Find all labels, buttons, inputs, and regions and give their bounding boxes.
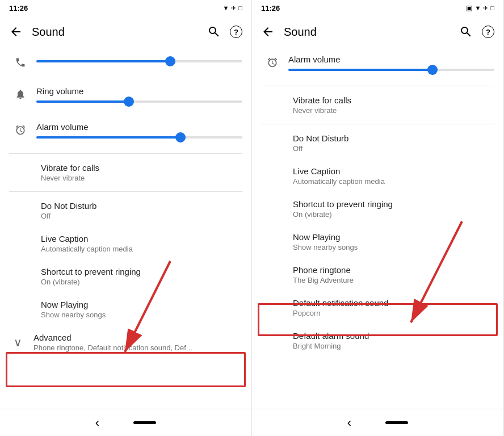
right-app-bar: Sound ? (252, 16, 503, 48)
vibrate-content: Vibrate for calls Never vibrate (36, 163, 242, 182)
right-phone-panel: 11:26 ▣ ▼ ✈ □ Sound ? (252, 0, 504, 436)
alarm-volume-row: Alarm volume (0, 115, 251, 151)
now-playing-row[interactable]: Now Playing Show nearby songs (0, 293, 251, 326)
ring-slider-thumb (124, 97, 134, 107)
right-now-playing-row[interactable]: Now Playing Show nearby songs (252, 225, 503, 258)
media-slider-fill (36, 60, 170, 62)
right-alarm-slider[interactable] (288, 69, 494, 71)
right-live-caption-row[interactable]: Live Caption Automatically caption media (252, 160, 503, 192)
right-default-notification-row[interactable]: Default notification sound Popcorn (252, 291, 503, 324)
right-prevent-ringing-content: Shortcut to prevent ringing On (vibrate) (288, 199, 494, 219)
right-alarm-label: Alarm volume (288, 54, 494, 64)
left-search-button[interactable] (207, 25, 221, 39)
ring-slider-fill (36, 100, 129, 103)
media-slider-track[interactable] (36, 60, 242, 62)
right-nav-bar: ‹ (252, 409, 503, 436)
airplane-icon: ✈ (231, 5, 236, 12)
prevent-ringing-subtitle: On (vibrate) (41, 278, 242, 286)
ring-volume-label: Ring volume (36, 86, 242, 96)
live-caption-content: Live Caption Automatically caption media (36, 234, 242, 253)
right-prevent-ringing-subtitle: On (vibrate) (293, 210, 494, 219)
dnd-content: Do Not Disturb Off (36, 201, 242, 220)
right-vibrate-content: Vibrate for calls Never vibrate (288, 95, 494, 115)
right-dnd-row[interactable]: Do Not Disturb Off (252, 127, 503, 160)
right-alarm-slider-thumb (427, 65, 438, 75)
vibrate-row[interactable]: Vibrate for calls Never vibrate (0, 156, 251, 189)
right-phone-ringtone-subtitle: The Big Adventure (293, 276, 494, 284)
right-phone-ringtone-title: Phone ringtone (293, 265, 494, 275)
prevent-ringing-title: Shortcut to prevent ringing (41, 267, 242, 276)
right-default-alarm-row[interactable]: Default alarm sound Bright Morning (252, 324, 503, 357)
dnd-title: Do Not Disturb (41, 201, 242, 211)
prevent-ringing-row[interactable]: Shortcut to prevent ringing On (vibrate) (0, 260, 251, 293)
right-status-icons: ▣ ▼ ✈ □ (466, 4, 494, 12)
right-alarm-volume-row: Alarm volume (252, 48, 503, 83)
right-alarm-slider-fill (288, 69, 432, 71)
right-airplane-icon: ✈ (483, 5, 488, 12)
alarm-volume-content: Alarm volume (32, 122, 242, 144)
right-phone-ringtone-row[interactable]: Phone ringtone The Big Adventure (252, 258, 503, 291)
battery-icon: □ (238, 5, 242, 11)
right-default-alarm-subtitle: Bright Morning (293, 342, 494, 350)
right-default-alarm-content: Default alarm sound Bright Morning (288, 331, 494, 350)
left-nav-home-pill[interactable] (133, 421, 156, 424)
left-content: Ring volume Alarm volume (0, 48, 251, 409)
ring-slider-track[interactable] (36, 100, 242, 103)
right-prevent-ringing-row[interactable]: Shortcut to prevent ringing On (vibrate) (252, 192, 503, 225)
advanced-title: Advanced (33, 333, 242, 342)
alarm-slider-fill (36, 136, 180, 139)
right-dnd-title: Do Not Disturb (293, 133, 494, 143)
alarm-slider-track[interactable] (36, 136, 242, 139)
left-status-time: 11:26 (9, 4, 28, 12)
right-vibrate-subtitle: Never vibrate (293, 106, 494, 115)
dnd-row[interactable]: Do Not Disturb Off (0, 194, 251, 227)
right-page-title: Sound (284, 26, 450, 39)
divider-2 (9, 191, 242, 192)
right-nav-home-pill[interactable] (385, 421, 408, 424)
right-default-alarm-title: Default alarm sound (293, 331, 494, 341)
chevron-down-icon: ∨ (14, 336, 22, 349)
right-status-bar: 11:26 ▣ ▼ ✈ □ (252, 0, 503, 16)
left-status-bar: 11:26 ▼ ✈ □ (0, 0, 251, 16)
right-content: Alarm volume Vibrate for calls Never vib… (252, 48, 503, 409)
vibrate-subtitle: Never vibrate (41, 174, 242, 182)
right-default-notification-subtitle: Popcorn (293, 309, 494, 317)
right-vibrate-title: Vibrate for calls (293, 95, 494, 105)
right-live-caption-subtitle: Automatically caption media (293, 177, 494, 186)
right-default-notification-content: Default notification sound Popcorn (288, 298, 494, 317)
screenshot-icon: ▣ (466, 4, 472, 12)
now-playing-content: Now Playing Show nearby songs (36, 300, 242, 319)
phone-icon (9, 54, 32, 68)
divider-1 (9, 153, 242, 154)
dnd-subtitle: Off (41, 212, 242, 220)
wifi-icon: ▼ (222, 5, 229, 11)
left-page-title: Sound (32, 26, 198, 39)
left-back-button[interactable] (9, 25, 23, 39)
right-back-button[interactable] (261, 25, 275, 39)
advanced-content: Advanced Phone ringtone, Default notific… (33, 333, 242, 352)
media-slider-container (32, 54, 242, 68)
left-nav-back-icon[interactable]: ‹ (95, 416, 99, 430)
right-help-button[interactable]: ? (482, 26, 494, 38)
right-dnd-subtitle: Off (293, 144, 494, 153)
right-battery-icon: □ (490, 5, 494, 11)
right-alarm-icon (261, 54, 284, 68)
ring-volume-row: Ring volume (0, 79, 251, 115)
right-nav-back-icon[interactable]: ‹ (347, 416, 351, 430)
right-wifi-icon: ▼ (474, 5, 481, 11)
right-prevent-ringing-title: Shortcut to prevent ringing (293, 199, 494, 209)
now-playing-title: Now Playing (41, 300, 242, 309)
bell-icon (9, 86, 32, 100)
right-live-caption-title: Live Caption (293, 166, 494, 176)
vibrate-title: Vibrate for calls (41, 163, 242, 173)
alarm-slider-thumb (175, 132, 186, 142)
right-default-notification-title: Default notification sound (293, 298, 494, 308)
right-vibrate-row[interactable]: Vibrate for calls Never vibrate (252, 89, 503, 121)
right-search-button[interactable] (459, 25, 473, 39)
left-help-button[interactable]: ? (230, 26, 242, 38)
right-dnd-content: Do Not Disturb Off (288, 133, 494, 153)
live-caption-row[interactable]: Live Caption Automatically caption media (0, 227, 251, 260)
live-caption-title: Live Caption (41, 234, 242, 244)
alarm-volume-label: Alarm volume (36, 122, 242, 132)
advanced-row[interactable]: ∨ Advanced Phone ringtone, Default notif… (0, 326, 251, 359)
